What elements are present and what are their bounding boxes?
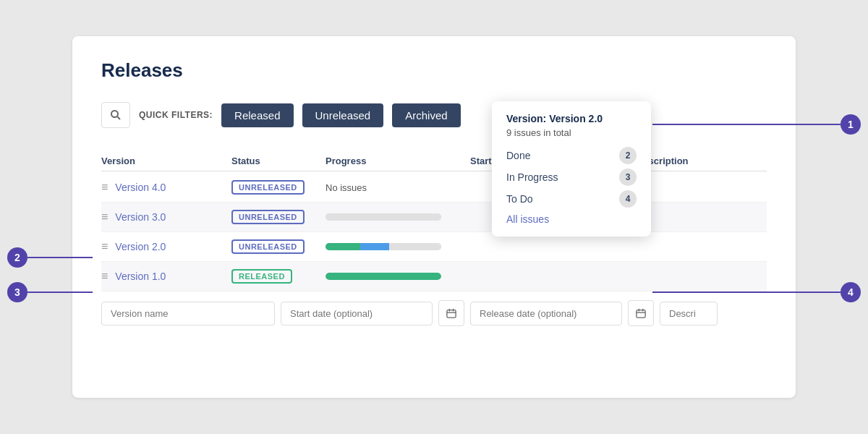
annotation-line-3: [27, 292, 93, 293]
page-title: Releases: [101, 59, 767, 82]
page-wrapper: Releases QUICK FILTERS: Released Unrelea…: [0, 0, 868, 434]
version-label: Version 4.0: [115, 182, 166, 193]
status-badge: UNRELEASED: [231, 180, 305, 195]
annotation-circle-3: 3: [7, 282, 27, 302]
row-version-4[interactable]: ≡ Version 4.0: [101, 181, 231, 194]
filter-archived-button[interactable]: Archived: [392, 103, 460, 127]
row-version-3[interactable]: ≡ Version 3.0: [101, 210, 231, 224]
todo-label: To Do: [506, 193, 533, 205]
annotation-circle-4: 4: [841, 282, 861, 302]
progress-gray-fill: [389, 243, 441, 250]
start-date-calendar-icon[interactable]: [438, 300, 464, 326]
main-card: Releases QUICK FILTERS: Released Unrelea…: [72, 36, 796, 398]
table-row: ≡ Version 4.0 UNRELEASED No issues: [101, 173, 767, 203]
tooltip-row-todo: To Do 4: [506, 190, 637, 208]
progress-fill: [326, 213, 441, 221]
col-status: Status: [231, 156, 326, 166]
annotation-circle-1: 1: [841, 114, 861, 135]
annotation-1: 1: [652, 114, 861, 135]
annotation-4: 4: [652, 282, 861, 302]
annotation-line-4: [652, 292, 841, 293]
annotation-line-2: [27, 257, 93, 258]
annotation-circle-2: 2: [7, 247, 27, 268]
col-version: Version: [101, 156, 231, 166]
done-count: 2: [619, 147, 637, 164]
description-input[interactable]: [660, 302, 718, 326]
progress-green-fill: [326, 243, 360, 250]
search-icon: [110, 109, 122, 121]
progress-bar: [326, 273, 441, 280]
done-label: Done: [506, 150, 530, 161]
drag-icon: ≡: [101, 270, 108, 283]
table-row: ≡ Version 3.0 UNRELEASED: [101, 203, 767, 232]
drag-icon: ≡: [101, 181, 108, 194]
row-version-1[interactable]: ≡ Version 1.0: [101, 270, 231, 283]
tooltip-title: Version: Version 2.0: [506, 113, 637, 124]
table-header: Version Status Progress Start date Relea…: [101, 151, 767, 171]
add-version-row: [101, 300, 767, 326]
tooltip-row-done: Done 2: [506, 147, 637, 164]
release-date-input[interactable]: [470, 302, 622, 326]
version-tooltip: Version: Version 2.0 9 issues in total D…: [492, 101, 651, 237]
tooltip-subtitle: 9 issues in total: [506, 127, 637, 138]
col-progress: Progress: [326, 156, 470, 166]
progress-blue-fill: [360, 243, 389, 250]
progress-text: No issues: [326, 182, 367, 193]
status-badge: RELEASED: [231, 269, 292, 284]
status-badge: UNRELEASED: [231, 239, 305, 254]
progress-fill: [326, 273, 441, 280]
release-date-calendar-icon[interactable]: [628, 300, 654, 326]
inprogress-label: In Progress: [506, 171, 558, 183]
status-badge: UNRELEASED: [231, 210, 305, 224]
svg-point-0: [111, 111, 118, 117]
search-box[interactable]: [101, 102, 130, 128]
progress-bar: [326, 243, 441, 250]
svg-rect-2: [447, 310, 456, 318]
calendar-icon: [446, 308, 456, 318]
version-label: Version 1.0: [115, 271, 166, 282]
col-description: Description: [637, 156, 767, 166]
inprogress-count: 3: [619, 169, 637, 186]
version-label: Version 3.0: [115, 211, 166, 223]
all-issues-link[interactable]: All issues: [506, 213, 637, 225]
table-row: ≡ Version 2.0 UNRELEASED: [101, 232, 767, 262]
version-name-input[interactable]: [101, 302, 275, 326]
filter-released-button[interactable]: Released: [221, 103, 293, 127]
filter-unreleased-button[interactable]: Unreleased: [302, 103, 384, 127]
progress-bar: [326, 213, 441, 221]
drag-icon: ≡: [101, 210, 108, 224]
drag-icon: ≡: [101, 240, 108, 253]
row-version-2[interactable]: ≡ Version 2.0: [101, 240, 231, 253]
annotation-line-1: [652, 124, 841, 125]
calendar-icon-2: [636, 308, 646, 318]
tooltip-row-inprogress: In Progress 3: [506, 169, 637, 186]
todo-count: 4: [619, 190, 637, 208]
svg-rect-6: [637, 310, 645, 318]
version-label: Version 2.0: [115, 241, 166, 252]
annotation-3: 3: [7, 282, 93, 302]
svg-line-1: [118, 117, 121, 120]
start-date-input[interactable]: [281, 302, 433, 326]
quick-filters-label: QUICK FILTERS:: [139, 110, 213, 120]
annotation-2: 2: [7, 247, 93, 268]
